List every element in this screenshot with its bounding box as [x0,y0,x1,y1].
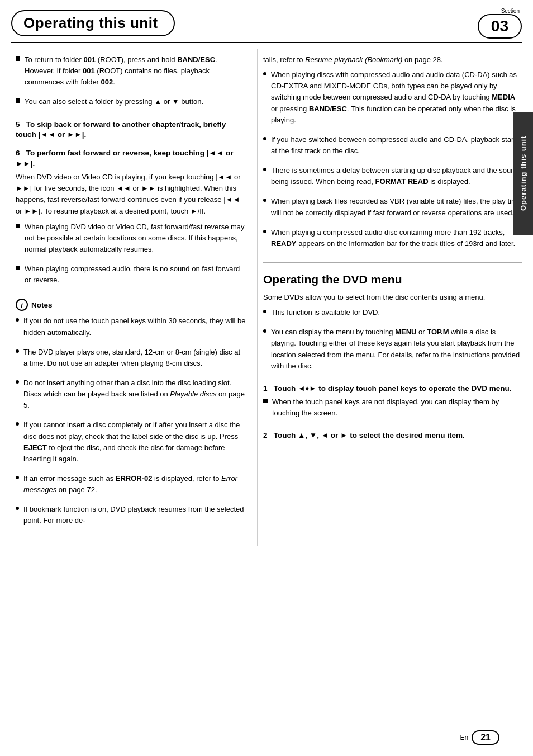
footer-en-label: En [460,734,469,741]
right-bullet-3: There is sometimes a delay between start… [263,165,522,191]
left-column: To return to folder 001 (ROOT), press an… [0,49,257,546]
bullet-dot [16,422,19,426]
dvd-step1-heading: 1 Touch ◄♦► to display touch panel keys … [263,384,522,394]
note-1-text: If you do not use the touch panel keys w… [23,315,246,338]
bullet-icon [16,266,20,270]
note-6-text: If bookmark function is on, DVD playback… [23,504,246,526]
bullet-dot [263,72,266,75]
step6-heading: 6 To perform fast forward or reverse, ke… [16,148,246,169]
right-bullet-3-text: There is sometimes a delay between start… [271,165,522,187]
page-number: 21 [472,730,499,745]
bullet-dot [263,230,266,233]
bullet-icon [16,224,20,228]
note-5: If an error message such as ERROR-02 is … [16,473,246,499]
bullet-dot [263,329,266,333]
dvd-step2-heading: 2 Touch ▲, ▼, ◄ or ► to select the desir… [263,431,522,441]
main-content: To return to folder 001 (ROOT), press an… [0,43,533,546]
bullet-dot [16,476,19,479]
title-text: Operating this unit [23,15,158,32]
note-2: The DVD player plays one, standard, 12-c… [16,347,246,373]
footer: En 21 [460,730,499,745]
right-bullet-5-text: When playing a compressed audio disc con… [271,227,522,249]
bullet-dot [263,137,266,140]
right-bullet-1-text: When playing discs with compressed audio… [271,69,522,126]
side-tab: Operating this unit [513,112,533,235]
notes-header: i Notes [16,299,246,311]
intro-bullet-2: You can also select a folder by pressing… [16,96,246,111]
right-column: tails, refer to Resume playback (Bookmar… [257,49,533,546]
page: Operating this unit Section 03 Operating… [0,0,533,756]
notes-label: Notes [31,301,53,309]
note-5-text: If an error message such as ERROR-02 is … [23,473,246,495]
section-area: Section 03 [478,8,522,39]
section-divider [263,262,522,263]
note-3-text: Do not insert anything other than a disc… [23,377,246,411]
header: Operating this unit Section 03 [0,0,533,39]
section-label: Section [501,8,522,14]
title-area: Operating this unit [11,8,175,39]
bullet-dot [263,199,266,202]
dvd-menu-intro: Some DVDs allow you to select from the d… [263,292,522,303]
note-2-text: The DVD player plays one, standard, 12-c… [23,347,246,369]
page-title: Operating this unit [11,10,175,36]
continued-text: tails, refer to Resume playback (Bookmar… [263,54,522,65]
intro-bullet-1-text: To return to folder 001 (ROOT), press an… [25,54,246,88]
intro-bullet-1: To return to folder 001 (ROOT), press an… [16,54,246,92]
step6-bullet-1: When playing DVD video or Video CD, fast… [16,221,246,259]
bullet-dot [16,380,19,384]
bullet-dot [16,507,19,510]
bullet-dot [16,318,19,322]
note-1: If you do not use the touch panel keys w… [16,315,246,342]
bullet-dot [16,349,19,353]
bullet-icon [16,56,20,61]
right-bullet-2-text: If you have switched between compressed … [271,134,522,157]
step6-bullet-2: When playing compressed audio, there is … [16,263,246,290]
right-bullet-4-text: When playing back files recorded as VBR … [271,196,522,218]
step6-bullet-1-text: When playing DVD video or Video CD, fast… [25,221,246,255]
note-6: If bookmark function is on, DVD playback… [16,504,246,530]
note-4-text: If you cannot insert a disc completely o… [23,419,246,465]
right-bullet-2: If you have switched between compressed … [263,134,522,160]
step6-body: When DVD video or Video CD is playing, i… [16,172,246,217]
note-4: If you cannot insert a disc completely o… [16,419,246,469]
dvd-bullet-1: This function is available for DVD. [263,307,522,322]
section-number: 03 [478,14,522,39]
dvd-bullet-2: You can display the menu by touching MEN… [263,327,522,376]
right-bullet-5: When playing a compressed audio disc con… [263,227,522,253]
dvd-bullet-1-text: This function is available for DVD. [271,307,380,318]
step5-heading: 5 To skip back or forward to another cha… [16,120,246,141]
dvd-step1-bullet: When the touch panel keys are not displa… [263,396,522,423]
bullet-icon [263,399,268,403]
bullet-icon [16,98,20,103]
dvd-step1-bullet-text: When the touch panel keys are not displa… [272,396,522,419]
dvd-menu-heading: Operating the DVD menu [263,273,522,286]
right-bullet-1: When playing discs with compressed audio… [263,69,522,130]
note-3: Do not insert anything other than a disc… [16,377,246,415]
right-bullet-4: When playing back files recorded as VBR … [263,196,522,222]
bullet-dot [263,310,266,313]
dvd-bullet-2-text: You can display the menu by touching MEN… [271,327,522,372]
step6-bullet-2-text: When playing compressed audio, there is … [25,263,246,286]
notes-icon: i [16,299,28,311]
intro-bullet-2-text: You can also select a folder by pressing… [25,96,203,107]
notes-section: i Notes If you do not use the touch pane… [16,299,246,530]
bullet-dot [263,168,266,171]
